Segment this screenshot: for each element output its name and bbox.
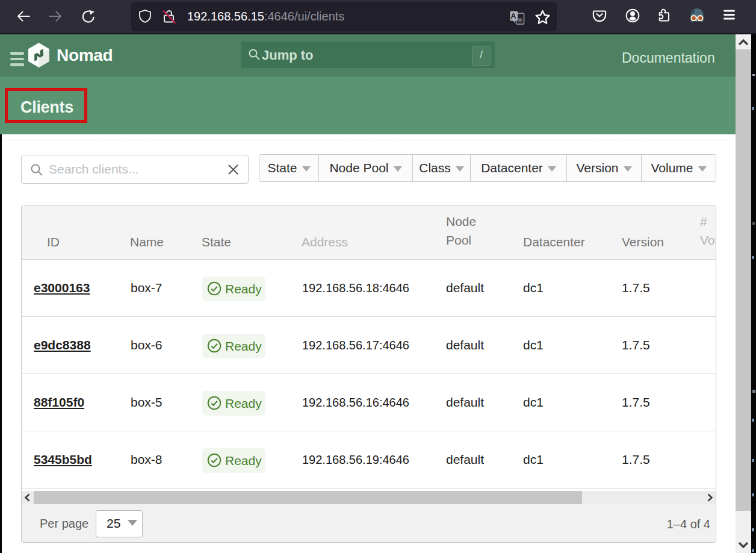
svg-text:✻: ✻ <box>518 17 522 23</box>
svg-text:A: A <box>510 11 516 20</box>
